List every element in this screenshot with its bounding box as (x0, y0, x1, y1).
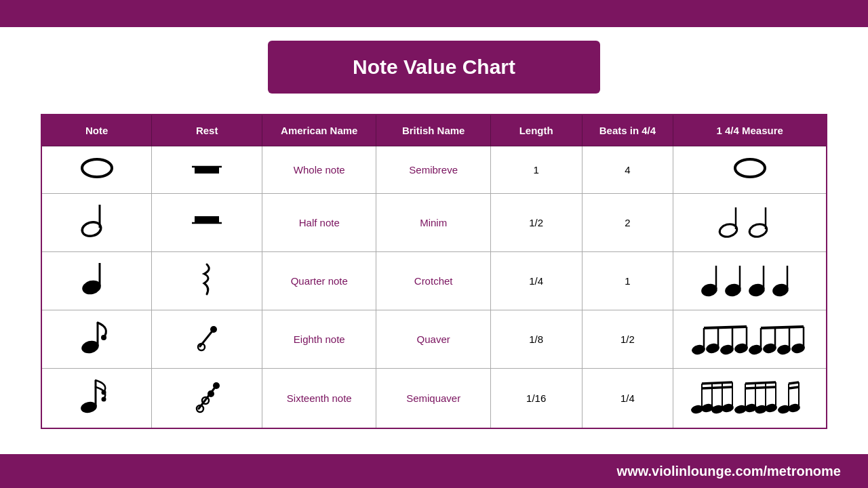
whole-rest-symbol (152, 146, 262, 194)
sixteenth-note-symbol (41, 369, 152, 429)
half-note-symbol (41, 194, 152, 252)
svg-point-52 (208, 390, 214, 397)
col-header-american: American Name (262, 115, 376, 146)
col-header-british: British Name (376, 115, 490, 146)
whole-note-measure (673, 146, 827, 194)
whole-note-beats: 4 (582, 146, 673, 194)
eighth-note-beats: 1/2 (582, 310, 673, 369)
svg-point-26 (210, 326, 217, 333)
top-bar (0, 0, 868, 27)
svg-point-0 (82, 159, 112, 177)
col-header-beats: Beats in 4/4 (582, 115, 673, 146)
svg-line-63 (702, 382, 732, 384)
table-row: Quarter note Crotchet 1/4 1 (41, 252, 827, 310)
footer-url: www.violinlounge.com/metronome (617, 464, 841, 479)
svg-point-3 (735, 159, 765, 177)
half-note-american: Half note (262, 194, 376, 252)
svg-line-80 (789, 387, 799, 388)
svg-rect-6 (195, 216, 219, 223)
svg-line-74 (745, 387, 776, 388)
col-header-measure: 1 4/4 Measure (673, 115, 827, 146)
quarter-note-american: Quarter note (262, 252, 376, 310)
half-note-length: 1/2 (490, 194, 582, 252)
eighth-note-british: Quaver (376, 310, 490, 369)
eighth-note-length: 1/8 (490, 310, 582, 369)
page-title: Note Value Chart (322, 56, 546, 79)
bottom-bar: www.violinlounge.com/metronome (0, 454, 868, 488)
sixteenth-note-length: 1/16 (490, 369, 582, 429)
eighth-note-measure (673, 310, 827, 369)
half-note-beats: 2 (582, 194, 673, 252)
svg-line-79 (789, 382, 799, 384)
quarter-rest-symbol (152, 252, 262, 310)
svg-point-49 (101, 397, 106, 402)
note-value-chart: Note Rest American Name British Name Len… (41, 114, 827, 429)
svg-point-51 (213, 382, 220, 389)
main-content: Note Value Chart Note Rest American Name… (0, 27, 868, 454)
sixteenth-note-american: Sixteenth note (262, 369, 376, 429)
title-box: Note Value Chart (268, 41, 600, 94)
quarter-note-measure (673, 252, 827, 310)
whole-note-length: 1 (490, 146, 582, 194)
svg-rect-1 (195, 167, 219, 174)
svg-line-36 (704, 327, 747, 328)
half-note-british: Minim (376, 194, 490, 252)
col-header-rest: Rest (152, 115, 262, 146)
sixteenth-note-beats: 1/4 (582, 369, 673, 429)
eighth-note-symbol (41, 310, 152, 369)
half-rest-symbol (152, 194, 262, 252)
sixteenth-rest-symbol (152, 369, 262, 429)
half-note-measure (673, 194, 827, 252)
sixteenth-note-measure (673, 369, 827, 429)
quarter-note-symbol (41, 252, 152, 310)
sixteenth-note-british: Semiquaver (376, 369, 490, 429)
whole-note-american: Whole note (262, 146, 376, 194)
quarter-note-beats: 1 (582, 252, 673, 310)
table-row: Half note Minim 1/2 2 (41, 194, 827, 252)
whole-note-symbol (41, 146, 152, 194)
eighth-note-american: Eighth note (262, 310, 376, 369)
col-header-note: Note (41, 115, 152, 146)
svg-line-73 (745, 382, 776, 384)
table-row: Sixteenth note Semiquaver 1/16 1/4 (41, 369, 827, 429)
svg-line-64 (702, 387, 732, 388)
quarter-note-british: Crotchet (376, 252, 490, 310)
svg-line-45 (761, 327, 804, 328)
eighth-rest-symbol (152, 310, 262, 369)
svg-point-24 (101, 335, 106, 340)
table-row: Eighth note Quaver 1/8 1/2 (41, 310, 827, 369)
col-header-length: Length (490, 115, 582, 146)
whole-note-british: Semibreve (376, 146, 490, 194)
table-row: Whole note Semibreve 1 4 (41, 146, 827, 194)
quarter-note-length: 1/4 (490, 252, 582, 310)
